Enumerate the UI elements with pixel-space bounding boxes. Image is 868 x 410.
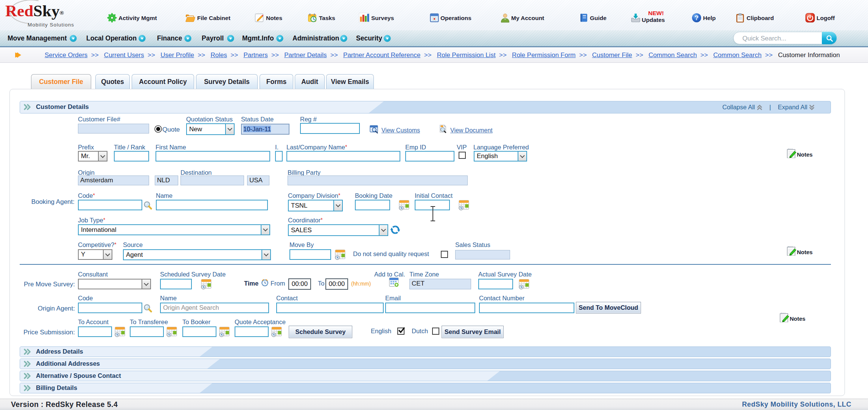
svg-text:?: ? (695, 14, 698, 22)
